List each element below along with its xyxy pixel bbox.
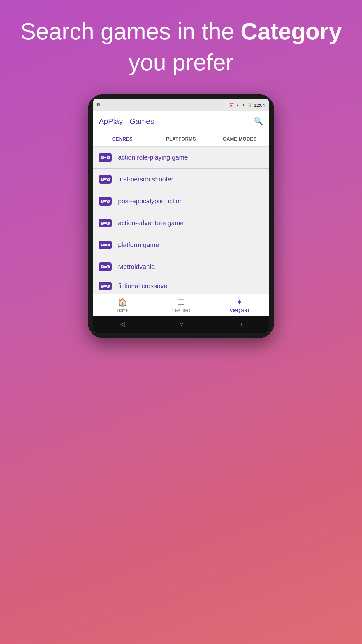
svg-point-42 [108, 245, 109, 245]
search-button[interactable]: 🔍 [254, 117, 263, 126]
tab-game-modes[interactable]: GAME MODES [210, 132, 269, 146]
genre-item-post-apocalyptic[interactable]: post-apocalyptic fiction [93, 190, 269, 212]
bottom-navigation: 🏠 Home ☰ New Titles ✦ Categories [93, 294, 269, 316]
svg-rect-40 [102, 244, 103, 245]
genre-name-6: Metroidvania [118, 263, 155, 271]
svg-point-25 [107, 202, 108, 202]
genre-name-7: fictional crossover [118, 282, 169, 290]
genre-name-3: post-apocalyptic fiction [118, 197, 183, 205]
phone-screen: N ⏰ ▲ ▲ 🔋 12:04 ApPlay - Games 🔍 GENRES [93, 99, 269, 333]
svg-point-26 [106, 201, 107, 202]
hero-line1-light: Search games in the [20, 18, 241, 44]
nav-item-categories[interactable]: ✦ Categories [210, 294, 269, 316]
genre-item-metroidvania[interactable]: Metroidvania [93, 256, 269, 278]
genre-item-fictional-crossover[interactable]: fictional crossover [93, 278, 269, 294]
genre-name-4: action-adventure game [118, 219, 184, 227]
nav-label-home: Home [117, 308, 128, 313]
svg-point-34 [107, 223, 108, 224]
app-title: ApPlay - Games [99, 117, 154, 126]
tab-genres[interactable]: GENRES [93, 132, 152, 146]
svg-point-61 [107, 286, 108, 287]
svg-point-5 [107, 157, 108, 157]
app-bar: ApPlay - Games 🔍 [93, 111, 269, 132]
phone-device: N ⏰ ▲ ▲ 🔋 12:04 ApPlay - Games 🔍 GENRES [88, 94, 274, 338]
genre-icon-1 [99, 153, 112, 162]
genre-name-5: platform game [118, 241, 159, 249]
svg-point-43 [107, 245, 108, 246]
svg-point-15 [108, 179, 109, 180]
categories-icon: ✦ [236, 298, 243, 307]
new-titles-icon: ☰ [178, 298, 184, 307]
svg-point-23 [107, 200, 108, 201]
svg-point-6 [108, 157, 109, 158]
svg-rect-22 [102, 200, 103, 202]
genre-icon-4 [99, 219, 112, 228]
genre-icon-5 [99, 241, 112, 249]
svg-rect-38 [104, 244, 107, 246]
phone-outer-shell: N ⏰ ▲ ▲ 🔋 12:04 ApPlay - Games 🔍 GENRES [88, 94, 274, 338]
hero-line2: you prefer [20, 48, 342, 76]
svg-rect-4 [102, 157, 103, 158]
svg-point-62 [106, 286, 107, 286]
tab-platforms[interactable]: PLATFORMS [152, 132, 210, 146]
svg-point-24 [108, 201, 109, 202]
hero-line1-bold: Category [241, 18, 342, 44]
genre-item-platform[interactable]: platform game [93, 234, 269, 256]
svg-rect-29 [104, 222, 107, 224]
genre-name-2: first-person shooter [118, 176, 173, 183]
hero-line1: Search games in the Category [20, 18, 342, 46]
svg-point-44 [106, 245, 107, 245]
svg-point-14 [107, 178, 108, 179]
status-notification-icon: N [97, 102, 101, 108]
svg-point-7 [107, 158, 108, 158]
android-navigation-bar: ◁ ○ □ [93, 316, 269, 333]
status-right-icons: ⏰ ▲ ▲ 🔋 12:04 [229, 103, 265, 108]
status-bar: N ⏰ ▲ ▲ 🔋 12:04 [93, 99, 269, 111]
svg-rect-58 [102, 285, 103, 286]
status-alarm-icon: ⏰ [229, 103, 234, 107]
svg-point-17 [106, 179, 107, 180]
svg-point-60 [108, 286, 109, 286]
nav-item-home[interactable]: 🏠 Home [93, 294, 152, 316]
status-battery-icon: 🔋 [247, 103, 252, 107]
svg-rect-2 [104, 157, 107, 158]
tab-bar: GENRES PLATFORMS GAME MODES [93, 132, 269, 147]
status-signal-icon-2: ▲ [242, 103, 246, 107]
status-signal-icon-1: ▲ [236, 103, 240, 107]
genre-icon-6 [99, 262, 112, 271]
svg-rect-47 [104, 266, 107, 268]
svg-rect-11 [104, 178, 107, 180]
svg-point-41 [107, 244, 108, 245]
android-recent-button[interactable]: □ [238, 321, 242, 328]
svg-rect-49 [102, 266, 103, 267]
status-time: 12:04 [254, 103, 265, 108]
nav-item-new-titles[interactable]: ☰ New Titles [152, 294, 210, 316]
svg-point-59 [107, 285, 108, 286]
svg-point-35 [106, 223, 107, 223]
genre-icon-2 [99, 175, 112, 184]
svg-point-52 [107, 267, 108, 268]
svg-rect-20 [104, 200, 107, 202]
android-home-button[interactable]: ○ [180, 321, 183, 328]
genre-icon-7 [99, 282, 112, 290]
android-back-button[interactable]: ◁ [120, 321, 125, 328]
genre-icon-3 [99, 197, 112, 206]
home-icon: 🏠 [118, 298, 127, 307]
genre-name-1: action role-playing game [118, 154, 188, 161]
genre-item-action-adventure[interactable]: action-adventure game [93, 212, 269, 234]
genre-list: action role-playing game [93, 147, 269, 294]
svg-rect-13 [102, 178, 103, 180]
nav-label-categories: Categories [230, 308, 249, 313]
genre-item-action-rpg[interactable]: action role-playing game [93, 147, 269, 169]
nav-label-new-titles: New Titles [172, 308, 191, 313]
svg-point-51 [108, 267, 109, 267]
svg-point-32 [107, 222, 108, 223]
svg-rect-56 [104, 285, 107, 287]
svg-rect-31 [102, 222, 103, 223]
genre-item-fps[interactable]: first-person shooter [93, 169, 269, 190]
svg-point-50 [107, 266, 108, 267]
svg-point-53 [106, 267, 107, 267]
hero-section: Search games in the Category you prefer [3, 18, 359, 76]
svg-point-8 [106, 157, 107, 158]
svg-point-16 [107, 180, 108, 180]
